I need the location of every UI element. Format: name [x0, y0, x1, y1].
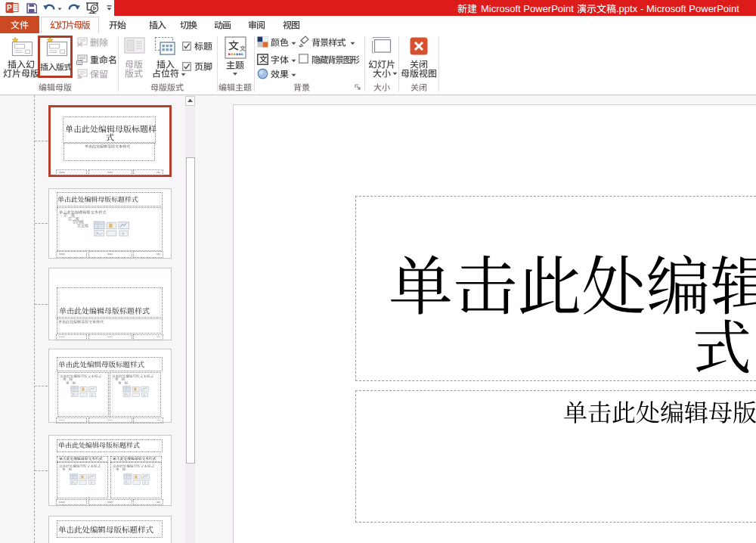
svg-text:P: P [7, 4, 12, 12]
